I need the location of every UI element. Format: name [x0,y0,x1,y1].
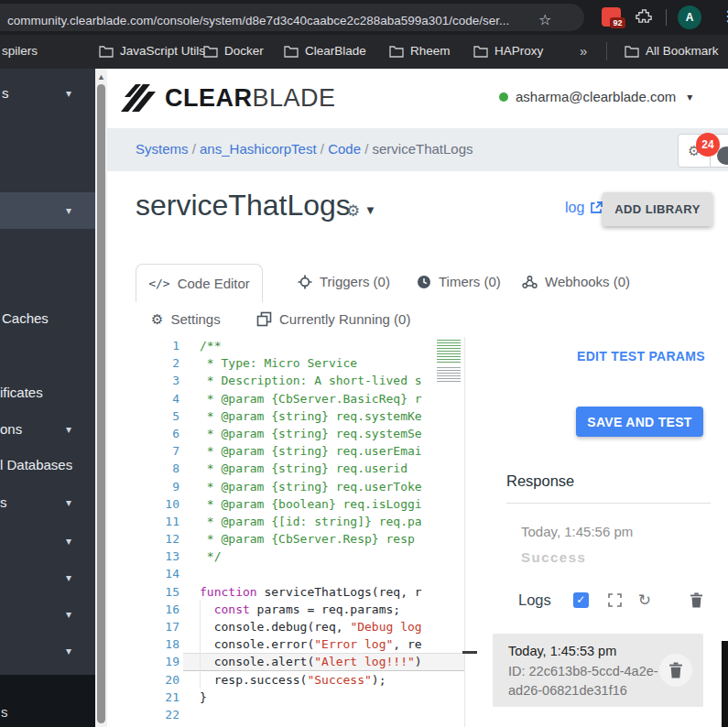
browser-menu-icon[interactable]: ⋮ [721,7,728,25]
sidebar-item-certificates[interactable]: ificates [0,381,95,405]
code-icon: </> [148,277,169,290]
line-code: console.alert("Alert log!!!") [200,653,422,670]
line-number: 22 [136,706,179,723]
log-link[interactable]: log [565,200,603,216]
url-text[interactable]: community.clearblade.com/console/system/… [7,14,509,27]
editor-line[interactable]: 6 * @param {string} req.systemSe [136,425,464,442]
tab-label: Settings [170,311,220,327]
chevron-down-icon: ▾ [66,639,71,663]
url-bar[interactable]: community.clearblade.com/console/system/… [0,4,584,31]
editor-line[interactable]: 14 [136,565,464,582]
clear-logs-trash-icon[interactable] [690,592,703,608]
scrollbar-up-arrow[interactable]: ▲ [97,72,105,81]
editor-line[interactable]: 5 * @param {string} req.systemKe [136,407,464,425]
scrollbar-thumb[interactable] [97,84,105,723]
editor-line[interactable]: 9 * @param {string} req.userToke [136,478,464,495]
panel-resize-handle[interactable] [462,651,477,654]
sidebar-item[interactable]: s ▾ [0,81,95,105]
logo-blade: BLADE [253,84,336,112]
sidebar-bottom-panel[interactable]: s [0,675,95,727]
bookmark-label: JavaScript Utils [120,44,205,58]
line-code: * @param {CbServer.Resp} resp [200,530,415,548]
code-editor[interactable]: 1/**2 * Type: Micro Service3 * Descripti… [136,337,464,727]
line-code: * @param {string} req.userid [200,460,407,477]
editor-line[interactable]: 4 * @param {CbServer.BasicReq} r [136,390,464,407]
editor-line[interactable]: 16 const params = req.params; [136,601,464,618]
folder-icon [389,45,404,58]
bookmarks-overflow-chevron[interactable]: » [580,43,587,59]
logs-checkbox[interactable]: ✓ [573,592,589,608]
browser-toolbar: community.clearblade.com/console/system/… [0,0,728,35]
editor-line[interactable]: 22 [136,706,464,723]
editor-line[interactable]: 20 resp.success("Success"); [136,671,464,689]
editor-line[interactable]: 18 console.error("Error log", re [136,635,464,653]
all-bookmarks-button[interactable]: All Bookmark [625,44,719,58]
response-heading: Response [506,472,574,490]
editor-line[interactable]: 15function serviceThatLogs(req, r [136,583,464,601]
sidebar-item[interactable]: ▾ [0,529,95,553]
tab-triggers[interactable]: Triggers (0) [298,274,390,289]
account-menu[interactable]: asharma@clearblade.com ▾ [499,89,692,104]
editor-line[interactable]: 19 console.alert("Alert log!!!") [136,653,464,670]
tab-settings[interactable]: ⚙ Settings [151,311,221,327]
folder-icon [625,45,639,58]
editor-line[interactable]: 13 */ [136,548,464,565]
sidebar-item[interactable]: ▾ [0,602,95,626]
sidebar-item[interactable]: ▾ [0,639,95,663]
editor-line[interactable]: 3 * Description: A short-lived s [136,372,464,389]
bookmark-item[interactable]: JavaScript Utils [99,44,205,58]
line-code: * @param {boolean} req.isLoggi [200,495,422,513]
sidebar-item-caches[interactable]: Caches [0,307,95,331]
breadcrumb-link-systems[interactable]: Systems [136,141,189,157]
extensions-puzzle-icon[interactable] [636,8,653,29]
bookmark-item[interactable]: ClearBlade [284,44,366,58]
sidebar-item-external-databases[interactable]: l Databases [0,453,95,477]
editor-line[interactable]: 12 * @param {CbServer.Resp} resp [136,530,464,548]
bookmark-item[interactable]: HAProxy [473,44,543,58]
log-entry-time: Today, 1:45:53 pm [508,644,616,658]
profile-avatar[interactable]: A [678,5,701,29]
tab-currently-running[interactable]: Currently Running (0) [256,311,410,327]
editor-line[interactable]: 7 * @param {string} req.userEmai [136,442,464,460]
tab-webhooks[interactable]: Webhooks (0) [522,274,630,289]
editor-line[interactable]: 17 console.debug(req, "Debug log [136,618,464,635]
service-settings-gear-icon[interactable]: ⚙ [346,201,360,221]
logs-toolbar: Logs ✓ ↻ [518,591,703,609]
sidebar-item[interactable]: s ▾ [0,491,95,515]
sidebar-item[interactable]: ons ▾ [0,418,95,441]
tab-timers[interactable]: Timers (0) [417,274,501,289]
bookmark-item[interactable]: Docker [203,44,264,58]
editor-line[interactable]: 2 * Type: Micro Service [136,354,464,372]
add-library-button[interactable]: ADD LIBRARY [603,192,712,226]
refresh-icon[interactable]: ↻ [638,592,651,608]
tab-code-editor[interactable]: </> Code Editor [136,264,263,302]
delete-log-trash-icon[interactable] [659,654,692,687]
editor-line[interactable]: 10 * @param {boolean} req.isLoggi [136,495,464,513]
editor-minimap[interactable] [437,340,462,382]
bookmark-star-icon[interactable]: ☆ [538,11,551,28]
editor-line[interactable]: 21} [136,689,464,706]
page: community.clearblade.com/console/system/… [0,0,728,727]
bookmark-item[interactable]: spilers [2,44,38,58]
sidebar-item[interactable]: ▾ [0,566,95,590]
tab-label: Code Editor [178,276,250,291]
breadcrumb-separator: / [317,141,329,157]
editor-line[interactable]: 1/** [136,337,464,354]
breadcrumb-separator: / [189,141,201,157]
expand-icon[interactable] [608,593,622,607]
editor-line[interactable]: 11 * @param {[id: string]} req.pa [136,513,464,530]
editor-line[interactable]: 8 * @param {string} req.userid [136,460,464,477]
sidebar-item-selected[interactable]: ▾ [0,192,95,229]
response-divider [506,503,711,504]
bookmark-item[interactable]: Rheem [389,44,451,58]
breadcrumb-link-code[interactable]: Code [328,141,361,157]
edit-test-params-button[interactable]: EDIT TEST PARAMS [577,349,705,364]
tab-label: Timers (0) [439,274,501,289]
service-menu-caret-icon[interactable]: ▼ [364,203,376,217]
save-and-test-button[interactable]: SAVE AND TEST [576,407,703,437]
breadcrumb-link-system[interactable]: ans_HashicorpTest [200,141,317,157]
clearblade-logo[interactable]: CLEARBLADE [119,81,336,115]
line-number: 2 [136,354,179,372]
line-code: * @param {string} req.systemKe [200,407,422,425]
log-entry-card[interactable]: Today, 1:45:53 pm ID: 22c613b8-5ccd-4a2e… [493,634,703,707]
